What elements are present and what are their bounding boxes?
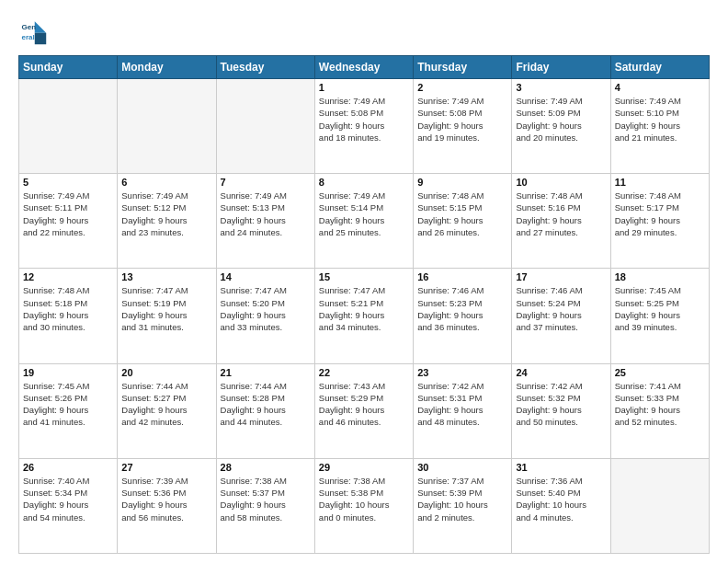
day-info: Sunrise: 7:48 AM Sunset: 5:16 PM Dayligh… [516,190,606,238]
day-number: 21 [221,367,311,378]
calendar-cell: 21Sunrise: 7:44 AM Sunset: 5:28 PM Dayli… [216,363,314,458]
weekday-header-monday: Monday [118,56,216,79]
weekday-header-wednesday: Wednesday [314,56,413,79]
day-number: 3 [516,82,606,93]
calendar-week-1: 1Sunrise: 7:49 AM Sunset: 5:08 PM Daylig… [19,79,710,174]
calendar-cell: 23Sunrise: 7:42 AM Sunset: 5:31 PM Dayli… [414,363,512,458]
header: Gen eral [18,17,710,46]
calendar-cell: 16Sunrise: 7:46 AM Sunset: 5:23 PM Dayli… [414,269,512,363]
day-info: Sunrise: 7:49 AM Sunset: 5:14 PM Dayligh… [319,190,409,238]
calendar-cell [610,458,709,553]
calendar-week-2: 5Sunrise: 7:49 AM Sunset: 5:11 PM Daylig… [19,174,710,269]
day-number: 11 [615,177,705,188]
day-info: Sunrise: 7:43 AM Sunset: 5:29 PM Dayligh… [319,380,409,429]
day-number: 30 [417,462,507,473]
day-info: Sunrise: 7:48 AM Sunset: 5:18 PM Dayligh… [23,284,113,333]
day-number: 22 [319,367,409,378]
calendar-cell: 6Sunrise: 7:49 AM Sunset: 5:12 PM Daylig… [118,174,216,269]
calendar-cell: 27Sunrise: 7:39 AM Sunset: 5:36 PM Dayli… [118,458,216,553]
calendar-cell: 22Sunrise: 7:43 AM Sunset: 5:29 PM Dayli… [314,363,413,458]
calendar-cell: 12Sunrise: 7:48 AM Sunset: 5:18 PM Dayli… [19,269,118,363]
calendar-cell: 20Sunrise: 7:44 AM Sunset: 5:27 PM Dayli… [118,363,216,458]
day-number: 1 [319,82,409,93]
calendar-cell [19,79,118,174]
day-info: Sunrise: 7:49 AM Sunset: 5:09 PM Dayligh… [516,95,606,144]
calendar-cell: 4Sunrise: 7:49 AM Sunset: 5:10 PM Daylig… [610,79,709,174]
day-info: Sunrise: 7:38 AM Sunset: 5:37 PM Dayligh… [221,475,311,523]
calendar-cell: 28Sunrise: 7:38 AM Sunset: 5:37 PM Dayli… [216,458,314,553]
day-info: Sunrise: 7:49 AM Sunset: 5:10 PM Dayligh… [615,95,705,144]
calendar-cell: 1Sunrise: 7:49 AM Sunset: 5:08 PM Daylig… [314,79,413,174]
day-number: 31 [516,462,606,473]
svg-text:Gen: Gen [22,23,37,31]
day-number: 23 [417,367,507,378]
calendar-cell: 13Sunrise: 7:47 AM Sunset: 5:19 PM Dayli… [118,269,216,363]
day-info: Sunrise: 7:42 AM Sunset: 5:31 PM Dayligh… [417,380,507,429]
day-info: Sunrise: 7:44 AM Sunset: 5:28 PM Dayligh… [221,380,311,429]
day-number: 2 [417,82,507,93]
day-number: 7 [221,177,311,188]
calendar-cell: 8Sunrise: 7:49 AM Sunset: 5:14 PM Daylig… [314,174,413,269]
logo-icon: Gen eral [18,17,48,46]
calendar-cell [216,79,314,174]
weekday-header-friday: Friday [512,56,610,79]
calendar-cell: 7Sunrise: 7:49 AM Sunset: 5:13 PM Daylig… [216,174,314,269]
day-info: Sunrise: 7:48 AM Sunset: 5:15 PM Dayligh… [417,190,507,238]
day-info: Sunrise: 7:40 AM Sunset: 5:34 PM Dayligh… [23,475,113,523]
day-number: 14 [221,271,311,282]
calendar-cell: 19Sunrise: 7:45 AM Sunset: 5:26 PM Dayli… [19,363,118,458]
calendar-cell: 25Sunrise: 7:41 AM Sunset: 5:33 PM Dayli… [610,363,709,458]
day-number: 12 [23,271,113,282]
day-number: 10 [516,177,606,188]
day-number: 9 [417,177,507,188]
day-info: Sunrise: 7:49 AM Sunset: 5:08 PM Dayligh… [319,95,409,144]
weekday-header-tuesday: Tuesday [216,56,314,79]
calendar-cell: 18Sunrise: 7:45 AM Sunset: 5:25 PM Dayli… [610,269,709,363]
calendar-cell: 15Sunrise: 7:47 AM Sunset: 5:21 PM Dayli… [314,269,413,363]
calendar-body: 1Sunrise: 7:49 AM Sunset: 5:08 PM Daylig… [19,79,710,554]
day-info: Sunrise: 7:48 AM Sunset: 5:17 PM Dayligh… [615,190,705,238]
day-number: 4 [615,82,705,93]
weekday-header-sunday: Sunday [19,56,118,79]
calendar-cell: 3Sunrise: 7:49 AM Sunset: 5:09 PM Daylig… [512,79,610,174]
day-info: Sunrise: 7:39 AM Sunset: 5:36 PM Dayligh… [121,475,211,523]
day-number: 28 [221,462,311,473]
day-number: 20 [121,367,211,378]
calendar-cell: 29Sunrise: 7:38 AM Sunset: 5:38 PM Dayli… [314,458,413,553]
day-number: 24 [516,367,606,378]
calendar-week-5: 26Sunrise: 7:40 AM Sunset: 5:34 PM Dayli… [19,458,710,553]
day-info: Sunrise: 7:41 AM Sunset: 5:33 PM Dayligh… [615,380,705,429]
day-number: 27 [121,462,211,473]
calendar-cell: 14Sunrise: 7:47 AM Sunset: 5:20 PM Dayli… [216,269,314,363]
day-info: Sunrise: 7:49 AM Sunset: 5:08 PM Dayligh… [417,95,507,144]
logo: Gen eral [18,17,53,46]
weekday-header-row: SundayMondayTuesdayWednesdayThursdayFrid… [19,56,710,79]
day-number: 5 [23,177,113,188]
day-info: Sunrise: 7:36 AM Sunset: 5:40 PM Dayligh… [516,475,606,523]
day-info: Sunrise: 7:44 AM Sunset: 5:27 PM Dayligh… [121,380,211,429]
day-info: Sunrise: 7:45 AM Sunset: 5:25 PM Dayligh… [615,284,705,333]
day-info: Sunrise: 7:47 AM Sunset: 5:21 PM Dayligh… [319,284,409,333]
day-number: 18 [615,271,705,282]
svg-text:eral: eral [22,33,35,41]
calendar-cell: 11Sunrise: 7:48 AM Sunset: 5:17 PM Dayli… [610,174,709,269]
page: Gen eral SundayMondayTuesdayWednesdayThu… [0,0,728,563]
day-info: Sunrise: 7:47 AM Sunset: 5:19 PM Dayligh… [121,284,211,333]
day-number: 16 [417,271,507,282]
calendar-week-4: 19Sunrise: 7:45 AM Sunset: 5:26 PM Dayli… [19,363,710,458]
calendar-week-3: 12Sunrise: 7:48 AM Sunset: 5:18 PM Dayli… [19,269,710,363]
day-number: 6 [121,177,211,188]
day-info: Sunrise: 7:49 AM Sunset: 5:12 PM Dayligh… [121,190,211,238]
calendar-cell: 24Sunrise: 7:42 AM Sunset: 5:32 PM Dayli… [512,363,610,458]
calendar-cell: 26Sunrise: 7:40 AM Sunset: 5:34 PM Dayli… [19,458,118,553]
svg-marker-2 [35,33,46,44]
day-info: Sunrise: 7:47 AM Sunset: 5:20 PM Dayligh… [221,284,311,333]
calendar-cell: 9Sunrise: 7:48 AM Sunset: 5:15 PM Daylig… [414,174,512,269]
calendar-table: SundayMondayTuesdayWednesdayThursdayFrid… [18,55,710,554]
day-number: 13 [121,271,211,282]
day-number: 29 [319,462,409,473]
day-info: Sunrise: 7:38 AM Sunset: 5:38 PM Dayligh… [319,475,409,523]
day-number: 17 [516,271,606,282]
day-info: Sunrise: 7:45 AM Sunset: 5:26 PM Dayligh… [23,380,113,429]
day-info: Sunrise: 7:49 AM Sunset: 5:13 PM Dayligh… [221,190,311,238]
